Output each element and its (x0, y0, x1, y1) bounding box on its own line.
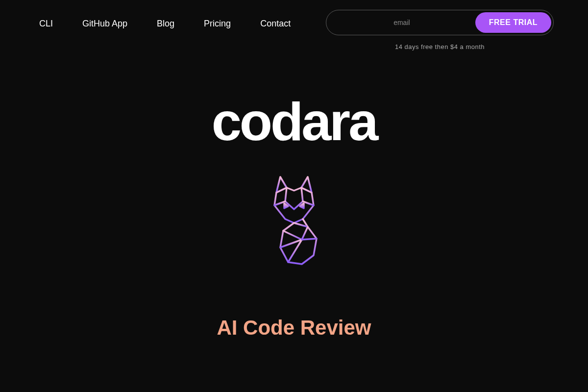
hero-subhead: Simplify code reviews with artificial in… (120, 389, 468, 392)
brand-logo-text: codara (212, 95, 377, 148)
main-nav: CLI GitHub App Blog Pricing Contact (39, 10, 291, 29)
nav-link-blog[interactable]: Blog (157, 19, 174, 29)
nav-link-pricing[interactable]: Pricing (204, 19, 231, 29)
pricing-fineprint: 14 days free then $4 a month (395, 43, 485, 50)
fox-logo-icon (260, 174, 328, 269)
email-field[interactable] (328, 14, 475, 31)
signup-form: FREE TRIAL (326, 10, 554, 35)
hero-headline: AI Code Review (217, 316, 371, 340)
nav-link-cli[interactable]: CLI (39, 19, 53, 29)
nav-link-contact[interactable]: Contact (260, 19, 291, 29)
free-trial-button[interactable]: FREE TRIAL (475, 12, 551, 33)
nav-link-github-app[interactable]: GitHub App (82, 19, 127, 29)
